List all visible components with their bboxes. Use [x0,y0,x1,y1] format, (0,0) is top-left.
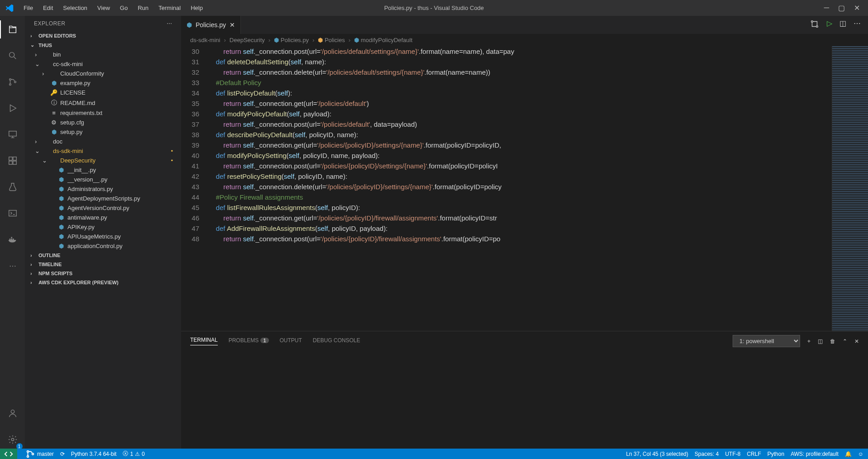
run-file-icon[interactable]: ▷ [827,19,832,31]
svg-rect-12 [13,239,14,240]
workspace-section[interactable]: ⌄THUS [25,40,181,50]
sidebar-more-icon[interactable]: ⋯ [167,20,173,27]
npm-scripts-section[interactable]: ›NPM SCRIPTS [25,269,181,278]
extensions-icon[interactable] [4,152,22,170]
tree-item[interactable]: ⬢example.py [25,78,181,88]
tree-item[interactable]: ⚙setup.cfg [25,118,181,127]
git-branch[interactable]: master [25,449,54,459]
bottom-panel: TERMINAL PROBLEMS1 OUTPUT DEBUG CONSOLE … [181,331,868,449]
breadcrumbs[interactable]: ds-sdk-mini›DeepSecurity›⬢ Policies.py›⬢… [181,34,868,46]
open-editors-section[interactable]: ›OPEN EDITORS [25,31,181,40]
tree-item[interactable]: ⬢APIKey.py [25,222,181,232]
console-icon[interactable] [4,204,22,222]
tree-item[interactable]: ⬢AgentVersionControl.py [25,203,181,213]
svg-point-18 [27,450,29,452]
tree-item[interactable]: ≡requirements.txt [25,108,181,118]
cursor-position[interactable]: Ln 37, Col 45 (3 selected) [626,451,688,457]
menu-bar: FileEditSelectionViewGoRunTerminalHelp [19,2,207,14]
breadcrumb-item[interactable]: ⬢ Policies [318,37,345,43]
maximize-icon[interactable]: ▢ [838,4,845,12]
vscode-icon [4,2,15,14]
breadcrumb-item[interactable]: ⬢ modifyPolicyDefault [354,37,412,43]
kill-terminal-icon[interactable]: 🗑 [830,338,835,344]
tree-item[interactable]: ⬢applicationControl.py [25,241,181,251]
breadcrumb-item[interactable]: ⬢ Policies.py [274,37,309,43]
menu-selection[interactable]: Selection [58,2,91,14]
menu-go[interactable]: Go [115,2,132,14]
tree-item[interactable]: ›doc [25,137,181,146]
new-terminal-icon[interactable]: + [807,338,810,344]
tree-item[interactable]: ⓘREADME.md [25,97,181,108]
breadcrumb-item[interactable]: ds-sdk-mini [190,37,220,43]
tree-item[interactable]: ›bin [25,50,181,59]
aws-cdk-section[interactable]: ›AWS CDK EXPLORER (PREVIEW) [25,278,181,287]
menu-view[interactable]: View [93,2,115,14]
breadcrumb-item[interactable]: DeepSecurity [230,37,265,43]
tree-item[interactable]: ⬢Administrators.py [25,184,181,194]
tree-item[interactable]: ⌄DeepSecurity [25,156,181,165]
menu-edit[interactable]: Edit [38,2,58,14]
remote-explorer-icon[interactable] [4,125,22,143]
menu-help[interactable]: Help [186,2,207,14]
python-interpreter[interactable]: Python 3.7.4 64-bit [71,451,117,457]
svg-rect-8 [13,161,16,164]
feedback-icon[interactable]: ☺ [858,451,863,457]
tree-item[interactable]: ⬢AgentDeploymentScripts.py [25,194,181,203]
more-actions-icon[interactable]: ⋯ [854,19,861,31]
sync-icon[interactable]: ⟳ [60,451,65,457]
tree-item[interactable]: ⌄ds-sdk-mini [25,146,181,156]
tree-item[interactable]: ⬢__init__.py [25,165,181,175]
close-icon[interactable]: ✕ [854,4,860,12]
tree-item[interactable]: ⌄cc-sdk-mini [25,59,181,69]
activity-bar: ⋯ 1 [0,16,25,449]
tree-item[interactable]: ⬢setup.py [25,127,181,137]
tab-policies[interactable]: ⬢ Policies.py ✕ [181,16,241,34]
terminal-tab[interactable]: TERMINAL [190,337,218,345]
outline-section[interactable]: ›OUTLINE [25,251,181,260]
indent-status[interactable]: Spaces: 4 [695,451,719,457]
settings-gear-icon[interactable]: 1 [4,430,22,449]
menu-terminal[interactable]: Terminal [154,2,185,14]
tree-item[interactable]: ⬢APIUsageMetrics.py [25,232,181,241]
source-control-icon[interactable] [4,73,22,91]
editor-tabs: ⬢ Policies.py ✕ ▷ ◫ ⋯ [181,16,868,34]
debug-console-tab[interactable]: DEBUG CONSOLE [313,337,360,345]
docker-icon[interactable] [4,230,22,249]
code-content[interactable]: return self._connection.post(url='/polic… [208,46,832,331]
remote-indicator[interactable] [0,449,17,459]
aws-profile[interactable]: AWS: profile:default [791,451,839,457]
run-debug-icon[interactable] [4,99,22,117]
output-tab[interactable]: OUTPUT [280,337,302,345]
test-icon[interactable] [4,178,22,196]
explorer-icon[interactable] [4,20,22,38]
terminal-selector[interactable]: 1: powershell [733,335,800,347]
minimize-icon[interactable]: ─ [824,4,829,12]
sidebar-title: EXPLORER [34,20,65,27]
tree-item[interactable]: 🔑LICENSE [25,88,181,97]
explorer-sidebar: EXPLORER ⋯ ›OPEN EDITORS ⌄THUS ›bin⌄cc-s… [25,16,181,449]
svg-rect-9 [9,210,16,216]
menu-file[interactable]: File [19,2,38,14]
more-icon[interactable]: ⋯ [4,257,22,275]
encoding-status[interactable]: UTF-8 [725,451,740,457]
timeline-section[interactable]: ›TIMELINE [25,260,181,269]
tree-item[interactable]: ⬢__version__.py [25,175,181,184]
menu-run[interactable]: Run [133,2,153,14]
close-panel-icon[interactable]: ✕ [854,338,859,344]
tree-item[interactable]: ⬢antimalware.py [25,213,181,222]
language-mode[interactable]: Python [767,451,784,457]
problems-tab[interactable]: PROBLEMS1 [229,337,269,345]
split-editor-icon[interactable]: ◫ [839,19,846,31]
minimap[interactable] [832,46,868,331]
split-terminal-icon[interactable]: ◫ [818,338,823,344]
notifications-icon[interactable]: 🔔 [845,451,852,457]
tree-item[interactable]: ›CloudConformity [25,69,181,78]
account-icon[interactable] [4,404,22,422]
search-icon[interactable] [4,47,22,65]
tab-close-icon[interactable]: ✕ [230,21,235,29]
compare-changes-icon[interactable] [810,19,820,31]
problems-status[interactable]: ⓧ 1 ⚠ 0 [123,450,144,458]
maximize-panel-icon[interactable]: ⌃ [843,338,847,344]
eol-status[interactable]: CRLF [747,451,761,457]
svg-point-15 [11,438,14,441]
